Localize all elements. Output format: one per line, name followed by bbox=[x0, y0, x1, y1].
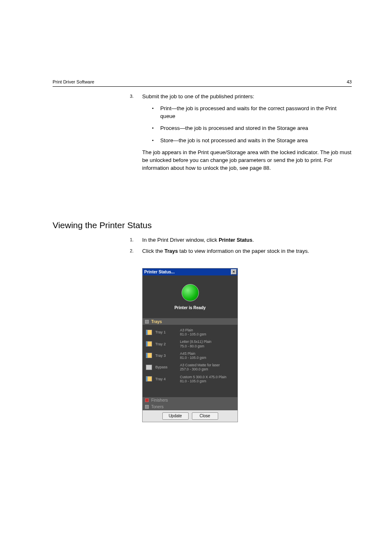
step-2-bold: Trays bbox=[164, 248, 178, 254]
content-block-2: 1. In the Print Driver window, click Pri… bbox=[130, 236, 352, 258]
content-block-1: 3. Submit the job to one of the publishe… bbox=[130, 92, 352, 172]
status-text: Printer is Ready bbox=[174, 305, 205, 310]
tab-toners-label: Toners bbox=[151, 405, 164, 409]
section-heading: Viewing the Printer Status bbox=[53, 220, 152, 230]
step-2-post: tab to view information on the paper sto… bbox=[178, 248, 309, 254]
bullet-text: Print—the job is processed and waits for… bbox=[160, 104, 352, 120]
tray-row: Tray 1 A3 Plain 81.0 - 105.0 gsm bbox=[143, 326, 238, 338]
running-header-left: Print Driver Software bbox=[53, 79, 94, 84]
bullet-icon: • bbox=[152, 104, 160, 120]
tray-info: Letter (8.5x11) Plain 75.0 - 80.0 gsm bbox=[180, 340, 212, 348]
tray-info: Custom 5 300.0 X 475.0 Plain 81.0 - 105.… bbox=[180, 375, 226, 383]
tray-row: Tray 3 A4S Plain 81.0 - 105.0 gsm bbox=[143, 350, 238, 361]
dialog-footer: Update Close bbox=[143, 410, 238, 422]
tray-info: A4S Plain 81.0 - 105.0 gsm bbox=[180, 352, 206, 360]
step-number: 2. bbox=[130, 247, 142, 255]
step-2-pre: Click the bbox=[142, 248, 164, 254]
step-3-after-paragraph: The job appears in the Print queue/Stora… bbox=[142, 148, 352, 172]
tab-indicator-icon bbox=[145, 320, 149, 324]
step-3-text: Submit the job to one of the published p… bbox=[142, 92, 352, 100]
bullet-text: Process—the job is processed and stored … bbox=[160, 124, 352, 132]
tray-row: Tray 4 Custom 5 300.0 X 475.0 Plain 81.0… bbox=[143, 373, 238, 385]
tray-row: Bypass A3 Coated Matte for laser 257.0 -… bbox=[143, 361, 238, 373]
bullet-item: • Print—the job is processed and waits f… bbox=[152, 104, 352, 120]
tab-indicator-icon bbox=[145, 405, 149, 409]
tray-row: Tray 2 Letter (8.5x11) Plain 75.0 - 80.0… bbox=[143, 338, 238, 349]
bullet-icon: • bbox=[152, 136, 160, 144]
tray-icon bbox=[146, 341, 152, 347]
tab-indicator-icon bbox=[145, 398, 149, 402]
tray-icon bbox=[146, 376, 152, 382]
step-1: 1. In the Print Driver window, click Pri… bbox=[130, 236, 352, 244]
bullet-text: Store—the job is not processed and waits… bbox=[160, 136, 352, 144]
tab-toners[interactable]: Toners bbox=[143, 404, 238, 410]
tab-finishers[interactable]: Finishers bbox=[143, 397, 238, 404]
close-button[interactable]: Close bbox=[192, 412, 218, 420]
tray-name: Tray 1 bbox=[155, 330, 177, 334]
printer-status-dialog: Printer Status... × Printer is Ready Tra… bbox=[142, 268, 238, 422]
step-3: 3. Submit the job to one of the publishe… bbox=[130, 92, 352, 144]
tray-name: Tray 3 bbox=[155, 354, 177, 358]
step-number: 3. bbox=[130, 92, 142, 144]
status-area: Printer is Ready bbox=[143, 275, 238, 318]
tray-name: Tray 4 bbox=[155, 377, 177, 381]
step-number: 1. bbox=[130, 236, 142, 244]
status-light-icon bbox=[182, 284, 199, 301]
step-2: 2. Click the Trays tab to view informati… bbox=[130, 247, 352, 255]
tray-icon bbox=[146, 330, 152, 335]
tab-trays[interactable]: Trays bbox=[143, 318, 238, 325]
tray-info: A3 Plain 81.0 - 105.0 gsm bbox=[180, 328, 206, 336]
tray-icon bbox=[146, 365, 152, 370]
close-icon[interactable]: × bbox=[231, 269, 237, 275]
dialog-title: Printer Status... bbox=[144, 270, 175, 274]
tray-list: Tray 1 A3 Plain 81.0 - 105.0 gsm Tray 2 … bbox=[143, 325, 238, 397]
tab-finishers-label: Finishers bbox=[151, 398, 168, 402]
bullet-item: • Process—the job is processed and store… bbox=[152, 124, 352, 132]
bullet-item: • Store—the job is not processed and wai… bbox=[152, 136, 352, 144]
header-rule bbox=[53, 86, 352, 87]
step-1-pre: In the Print Driver window, click bbox=[142, 237, 219, 243]
dialog-titlebar[interactable]: Printer Status... × bbox=[143, 268, 238, 275]
step-1-bold: Printer Status bbox=[219, 237, 252, 243]
tab-trays-label: Trays bbox=[151, 319, 162, 324]
page-number: 43 bbox=[347, 79, 352, 84]
tray-name: Tray 2 bbox=[155, 342, 177, 346]
tray-info: A3 Coated Matte for laser 257.0 - 300.0 … bbox=[180, 363, 220, 371]
tray-name: Bypass bbox=[155, 365, 177, 369]
bullet-icon: • bbox=[152, 124, 160, 132]
update-button[interactable]: Update bbox=[162, 412, 189, 420]
step-1-post: . bbox=[252, 237, 254, 243]
tray-icon bbox=[146, 353, 152, 358]
